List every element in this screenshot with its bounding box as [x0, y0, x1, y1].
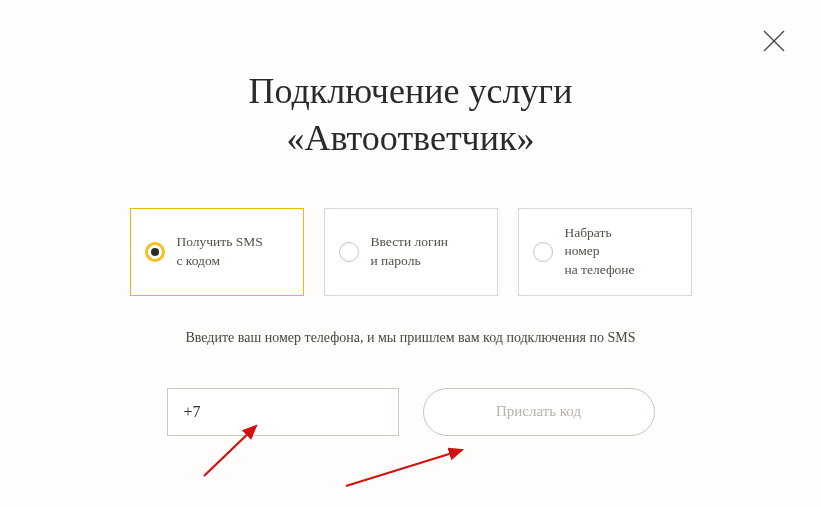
auth-method-options: Получить SMSс кодом Ввести логини пароль… — [0, 208, 821, 296]
svg-line-3 — [346, 450, 462, 486]
service-connect-modal: Подключение услуги «Автоответчик» Получи… — [0, 0, 821, 507]
instruction-text: Введите ваш номер телефона, и мы пришлем… — [0, 330, 821, 346]
arrow-icon — [200, 420, 270, 480]
title-line-2: «Автоответчик» — [0, 115, 821, 162]
radio-icon — [339, 242, 359, 262]
arrow-icon — [342, 442, 472, 492]
annotation-arrow-left — [200, 420, 270, 484]
close-button[interactable] — [763, 30, 785, 56]
radio-selected-icon — [145, 242, 165, 262]
phone-form-row: Прислать код — [0, 388, 821, 436]
send-code-button[interactable]: Прислать код — [423, 388, 655, 436]
close-icon — [763, 30, 785, 52]
option-sms-code[interactable]: Получить SMSс кодом — [130, 208, 304, 296]
option-label: Ввести логини пароль — [371, 233, 449, 269]
option-label: Набратьномерна телефоне — [565, 224, 635, 279]
option-label: Получить SMSс кодом — [177, 233, 263, 269]
title-line-1: Подключение услуги — [0, 68, 821, 115]
option-login-password[interactable]: Ввести логини пароль — [324, 208, 498, 296]
annotation-arrow-right — [342, 442, 472, 496]
svg-line-2 — [204, 426, 256, 476]
radio-icon — [533, 242, 553, 262]
modal-title: Подключение услуги «Автоответчик» — [0, 68, 821, 162]
option-dial-number[interactable]: Набратьномерна телефоне — [518, 208, 692, 296]
